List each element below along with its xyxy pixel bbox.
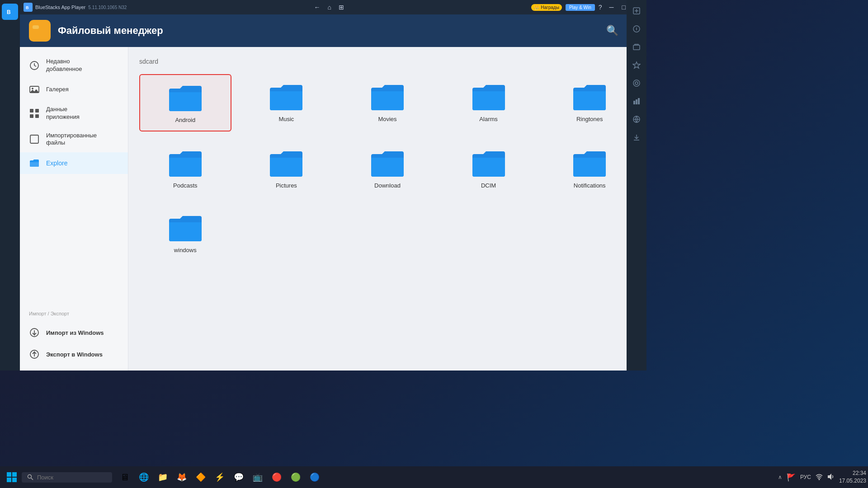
nav-back-button[interactable]: ←: [311, 3, 323, 12]
sidebar-item-explore[interactable]: Explore: [20, 152, 128, 174]
svg-rect-12: [30, 109, 33, 113]
taskbar: 🖥 🌐 📁 🦊 🔶 ⚡ 💬 📺 🔴 🟢 🔵 ∧ 🚩 РУС 22:34 17.0…: [0, 466, 868, 488]
svg-rect-30: [633, 101, 635, 104]
nav-apps-button[interactable]: ⊞: [336, 3, 347, 12]
taskbar-search-input[interactable]: [37, 474, 105, 481]
nav-home-button[interactable]: ⌂: [325, 3, 334, 12]
taskbar-app-7[interactable]: 💬: [230, 468, 248, 486]
svg-text:B: B: [7, 9, 11, 15]
folder-svg-podcasts: [167, 148, 203, 178]
svg-rect-41: [12, 478, 17, 482]
taskbar-app-4[interactable]: 🦊: [173, 468, 191, 486]
folder-svg-pictures: [268, 148, 304, 178]
sidebar-divider: Импорт / Экспорт: [27, 307, 121, 318]
folder-alarms[interactable]: Alarms: [443, 74, 535, 131]
side-btn-5[interactable]: [628, 75, 645, 91]
folder-svg-android: [167, 82, 203, 113]
svg-rect-38: [7, 472, 11, 477]
taskbar-app-9[interactable]: 🔴: [268, 468, 286, 486]
folder-podcasts[interactable]: Podcasts: [139, 141, 231, 196]
svg-rect-16: [30, 135, 38, 143]
search-button[interactable]: 🔍: [606, 24, 618, 37]
svg-rect-32: [638, 98, 640, 104]
taskbar-app-11[interactable]: 🔵: [306, 468, 324, 486]
taskbar-app-1[interactable]: 🖥: [116, 468, 134, 486]
folder-ringtones[interactable]: Ringtones: [543, 74, 636, 131]
taskbar-search-box[interactable]: [22, 472, 112, 483]
titlebar-version: 5.11.100.1065 N32: [88, 5, 127, 10]
side-btn-6[interactable]: [628, 93, 645, 109]
side-icon-5: [632, 79, 641, 87]
svg-text:B: B: [26, 5, 29, 10]
taskbar-apps: 🖥 🌐 📁 🦊 🔶 ⚡ 💬 📺 🔴 🟢 🔵: [116, 468, 324, 486]
bs-logo-icon: B: [5, 7, 14, 16]
svg-marker-45: [828, 474, 831, 480]
minimize-button[interactable]: ─: [606, 3, 618, 12]
image-icon: [29, 84, 39, 94]
sidebar-item-import-windows[interactable]: Импорт из Windows: [20, 322, 128, 343]
sidebar-item-apps[interactable]: Данныеприложения: [20, 100, 128, 127]
folder-icon-ringtones: [571, 81, 608, 112]
folder-svg-music: [268, 81, 304, 112]
taskbar-app-6[interactable]: ⚡: [211, 468, 229, 486]
folder-windows[interactable]: windows: [139, 205, 231, 261]
imported-icon: [29, 134, 40, 145]
taskbar-app-2[interactable]: 🌐: [135, 468, 153, 486]
help-button[interactable]: ?: [599, 4, 602, 11]
left-panel-logo[interactable]: B: [2, 4, 18, 20]
folder-name-ringtones: Ringtones: [576, 116, 603, 122]
apps-icon: [29, 108, 40, 119]
side-btn-4[interactable]: [628, 57, 645, 73]
crown-icon: 👑: [534, 5, 539, 10]
logo-icon: B: [25, 4, 31, 10]
systray-volume[interactable]: [827, 473, 835, 482]
titlebar-right: 👑 Награды Play & Win ? ─ □ ✕: [531, 3, 643, 12]
sidebar-item-export-windows[interactable]: Экспорт в Windows: [20, 343, 128, 365]
taskbar-app-8[interactable]: 📺: [249, 468, 267, 486]
titlebar-nav: ← ⌂ ⊞: [311, 3, 347, 12]
side-btn-8[interactable]: [628, 129, 645, 145]
systray-language[interactable]: РУС: [800, 474, 811, 480]
folder-movies[interactable]: Movies: [341, 74, 434, 131]
start-button[interactable]: [2, 467, 22, 487]
svg-rect-13: [35, 109, 39, 113]
folder-dcim[interactable]: DCIM: [443, 141, 535, 196]
sidebar-item-imported[interactable]: Импортированныефайлы: [20, 127, 128, 153]
app-header: Файловый менеджер 🔍: [20, 14, 646, 47]
folder-notifications[interactable]: Notifications: [543, 141, 636, 196]
folder-icon-alarms: [471, 81, 507, 112]
side-btn-7[interactable]: [628, 111, 645, 127]
svg-point-28: [633, 80, 640, 86]
rewards-badge[interactable]: 👑 Награды: [531, 4, 562, 11]
imported-label: Импортированныефайлы: [46, 132, 97, 147]
play-win-button[interactable]: Play & Win: [566, 4, 595, 11]
systray-flag[interactable]: 🚩: [787, 473, 796, 482]
side-btn-3[interactable]: [628, 47, 645, 55]
grid-icon: [29, 108, 39, 118]
folder-music[interactable]: Music: [241, 74, 333, 131]
systray-chevron[interactable]: ∧: [778, 474, 782, 480]
wifi-icon: [816, 473, 823, 480]
folder-icon-movies: [369, 81, 406, 112]
apps-label: Данныеприложения: [46, 106, 80, 121]
folder-icon-header: [33, 23, 47, 38]
sidebar-item-recent[interactable]: Недавнодобавленное: [20, 52, 128, 79]
export-windows-icon: [29, 349, 40, 360]
sidebar-item-gallery[interactable]: Галерея: [20, 79, 128, 100]
folder-svg-ringtones: [571, 81, 608, 112]
main-content: sdcard Android: [128, 47, 646, 371]
bluestacks-window: B BlueStacks App Player 5.11.100.1065 N3…: [20, 0, 646, 371]
taskbar-app-3[interactable]: 📁: [154, 468, 172, 486]
clock-icon: [29, 61, 39, 70]
systray-network[interactable]: [816, 473, 823, 482]
svg-rect-40: [7, 478, 11, 482]
taskbar-app-5[interactable]: 🔶: [192, 468, 210, 486]
import-icon: [29, 328, 39, 338]
folder-android[interactable]: Android: [139, 74, 231, 131]
folder-download[interactable]: Download: [341, 141, 434, 196]
titlebar: B BlueStacks App Player 5.11.100.1065 N3…: [20, 0, 646, 14]
folder-pictures[interactable]: Pictures: [241, 141, 333, 196]
gallery-label: Галерея: [46, 86, 69, 93]
folder-name-android: Android: [175, 117, 195, 123]
taskbar-app-10[interactable]: 🟢: [287, 468, 305, 486]
